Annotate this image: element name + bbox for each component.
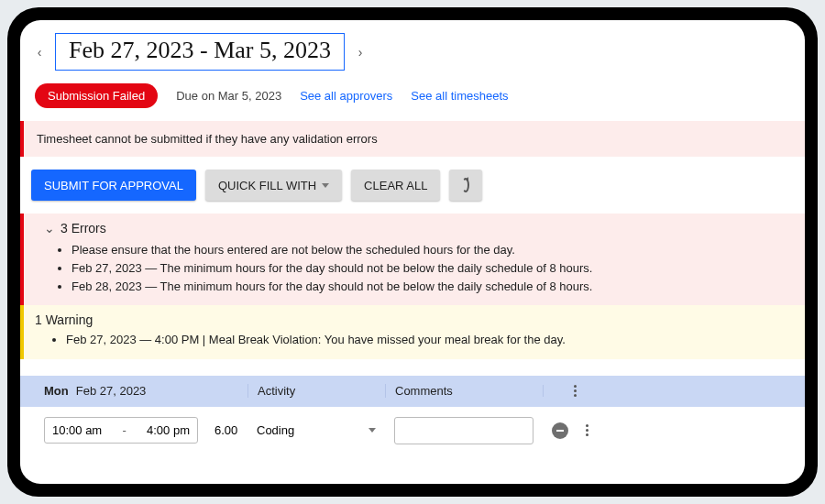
clear-all-button[interactable]: CLEAR ALL bbox=[351, 170, 440, 201]
time-end: 4:00 pm bbox=[147, 423, 190, 437]
warnings-count: 1 Warning bbox=[35, 312, 792, 327]
error-item: Please ensure that the hours entered are… bbox=[72, 241, 792, 259]
chevron-down-icon: ⌄ bbox=[44, 221, 55, 236]
time-separator: - bbox=[122, 423, 126, 437]
error-item: Feb 27, 2023 — The minimum hours for the… bbox=[72, 259, 792, 278]
refresh-button[interactable] bbox=[449, 170, 482, 201]
activity-value: Coding bbox=[257, 423, 294, 437]
time-range-input[interactable]: 10:00 am - 4:00 pm bbox=[44, 417, 198, 444]
day-date: Feb 27, 2023 bbox=[76, 384, 147, 398]
refresh-icon bbox=[462, 178, 469, 192]
validation-error-banner: Timesheet cannot be submitted if they ha… bbox=[20, 121, 805, 157]
timesheet-grid-header: Mon Feb 27, 2023 Activity Comments bbox=[20, 376, 805, 407]
date-range-selector[interactable]: Feb 27, 2023 - Mar 5, 2023 bbox=[55, 33, 345, 71]
errors-count: 3 Errors bbox=[60, 221, 106, 236]
error-item: Feb 28, 2023 — The minimum hours for the… bbox=[72, 278, 792, 296]
day-abbreviation: Mon bbox=[44, 384, 69, 398]
row-menu-button[interactable] bbox=[579, 424, 594, 436]
hours-total: 6.00 bbox=[214, 423, 237, 437]
status-row: Submission Failed Due on Mar 5, 2023 See… bbox=[31, 83, 794, 108]
errors-header[interactable]: ⌄ 3 Errors bbox=[44, 221, 792, 236]
chevron-down-icon bbox=[368, 428, 376, 433]
warnings-panel: 1 Warning Feb 27, 2023 — 4:00 PM | Meal … bbox=[20, 305, 805, 358]
prev-week-button[interactable]: ‹ bbox=[31, 44, 48, 60]
comments-input[interactable] bbox=[394, 417, 534, 444]
delete-row-button[interactable] bbox=[552, 422, 568, 439]
action-row: SUBMIT FOR APPROVAL QUICK FILL WITH CLEA… bbox=[31, 170, 794, 201]
quick-fill-button[interactable]: QUICK FILL WITH bbox=[205, 170, 342, 201]
submission-status-badge: Submission Failed bbox=[35, 83, 158, 108]
see-approvers-link[interactable]: See all approvers bbox=[300, 89, 392, 103]
column-menu-button[interactable] bbox=[567, 385, 582, 397]
next-week-button[interactable]: › bbox=[352, 44, 368, 60]
comments-header: Comments bbox=[385, 384, 543, 398]
date-navigator: ‹ Feb 27, 2023 - Mar 5, 2023 › bbox=[31, 33, 794, 71]
see-timesheets-link[interactable]: See all timesheets bbox=[411, 89, 508, 103]
due-date-text: Due on Mar 5, 2023 bbox=[176, 89, 281, 103]
time-start: 10:00 am bbox=[52, 423, 102, 437]
submit-for-approval-button[interactable]: SUBMIT FOR APPROVAL bbox=[31, 170, 196, 201]
chevron-down-icon bbox=[322, 183, 329, 188]
errors-panel: ⌄ 3 Errors Please ensure that the hours … bbox=[20, 214, 805, 305]
activity-select[interactable]: Coding bbox=[248, 423, 385, 437]
timesheet-row: 10:00 am - 4:00 pm 6.00 Coding bbox=[20, 407, 805, 455]
warning-item: Feb 27, 2023 — 4:00 PM | Meal Break Viol… bbox=[66, 331, 792, 349]
activity-header: Activity bbox=[248, 384, 385, 398]
quick-fill-label: QUICK FILL WITH bbox=[218, 179, 316, 192]
